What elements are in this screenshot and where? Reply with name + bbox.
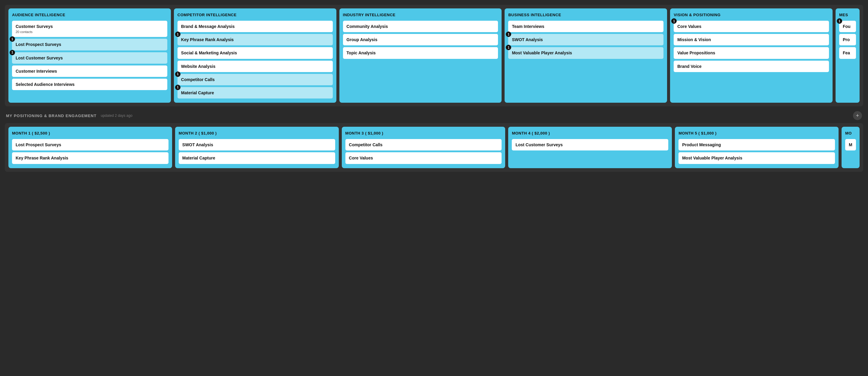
add-button[interactable]: + [853, 111, 862, 120]
item-value-propositions[interactable]: Value Propositions [674, 47, 829, 59]
item-topic-analysis[interactable]: Topic Analysis [343, 47, 498, 59]
column-title-industry-intelligence: Industry Intelligence [343, 12, 498, 17]
month-item-m3-core-values[interactable]: Core Values [345, 152, 502, 164]
month-item-label-m3-core-values: Core Values [349, 156, 373, 160]
item-label-pro: Pro [843, 37, 850, 42]
item-pro[interactable]: Pro [839, 34, 856, 45]
item-label-most-valuable-player-analysis: Most Valuable Player Analysis [512, 51, 572, 55]
month-item-m6-item[interactable]: M [845, 139, 856, 151]
item-label-lost-prospect-surveys: Lost Prospect Surveys [16, 42, 61, 47]
badge-key-phrase-rank-analysis: 1 [175, 32, 181, 37]
month-item-m5-most-valuable-player-analysis[interactable]: Most Valuable Player Analysis [679, 152, 835, 164]
item-subtext-customer-surveys: 20 contacts [16, 30, 164, 34]
month-item-m1-lost-prospect-surveys[interactable]: Lost Prospect Surveys [12, 139, 168, 151]
item-label-topic-analysis: Topic Analysis [347, 51, 376, 55]
badge-lost-prospect-surveys: 1 [10, 36, 15, 42]
positioning-title: My Positioning & Brand Engagement [6, 114, 96, 118]
month-item-label-m4-lost-customer-surveys: Lost Customer Surveys [516, 143, 562, 147]
month-item-m2-material-capture[interactable]: Material Capture [179, 152, 335, 164]
month-title-month-1: Month 1 ( $2,500 ) [12, 131, 168, 135]
month-title-month-3: Month 3 ( $1,000 ) [345, 131, 502, 135]
month-item-label-m2-material-capture: Material Capture [182, 156, 215, 160]
column-competitor-intelligence: Competitor IntelligenceBrand & Message A… [174, 8, 336, 103]
month-item-label-m2-swot-analysis: SWOT Analysis [182, 143, 213, 147]
bottom-section: Month 1 ( $2,500 )Lost Prospect SurveysK… [5, 123, 863, 171]
badge-swot-analysis: 1 [506, 32, 511, 37]
item-competitor-calls[interactable]: 1Competitor Calls [178, 74, 333, 85]
month-item-label-m1-lost-prospect-surveys: Lost Prospect Surveys [16, 143, 61, 147]
item-label-customer-surveys: Customer Surveys [16, 24, 53, 29]
item-label-group-analysis: Group Analysis [347, 37, 377, 42]
item-selected-audience-interviews[interactable]: Selected Audience Interviews [12, 79, 167, 90]
item-social-marketing-analysis[interactable]: Social & Marketing Analysis [178, 47, 333, 59]
item-lost-prospect-surveys[interactable]: 1Lost Prospect Surveys [12, 39, 167, 50]
column-messaging-partial: Mes1FouProFea [836, 8, 860, 103]
main-container: Audience IntelligenceCustomer Surveys20 … [0, 0, 868, 177]
month-item-label-m6-item: M [849, 143, 852, 147]
item-mission-vision[interactable]: Mission & Vision [674, 34, 829, 45]
month-item-label-m5-product-messaging: Product Messaging [682, 143, 721, 147]
month-item-m3-competitor-calls[interactable]: Competitor Calls [345, 139, 502, 151]
column-title-vision-positioning: Vision & Positioning [674, 12, 829, 17]
item-label-fou: Fou [843, 24, 850, 29]
month-card-month-5: Month 5 ( $1,000 )Product MessagingMost … [675, 127, 839, 168]
month-title-month-2: Month 2 ( $1,000 ) [179, 131, 335, 135]
column-audience-intelligence: Audience IntelligenceCustomer Surveys20 … [8, 8, 171, 103]
item-label-community-analysis: Community Analysis [347, 24, 388, 29]
item-material-capture[interactable]: 1Material Capture [178, 87, 333, 98]
item-label-competitor-calls: Competitor Calls [181, 77, 215, 82]
month-item-m5-product-messaging[interactable]: Product Messaging [679, 139, 835, 151]
item-core-values[interactable]: 1Core Values [674, 21, 829, 32]
item-label-mission-vision: Mission & Vision [677, 37, 711, 42]
column-industry-intelligence: Industry IntelligenceCommunity AnalysisG… [339, 8, 502, 103]
item-label-fea: Fea [843, 51, 850, 55]
item-team-interviews[interactable]: Team Interviews [508, 21, 663, 32]
column-business-intelligence: Business IntelligenceTeam Interviews1SWO… [504, 8, 667, 103]
item-label-website-analysis: Website Analysis [181, 64, 215, 69]
item-label-core-values: Core Values [677, 24, 701, 29]
item-swot-analysis[interactable]: 1SWOT Analysis [508, 34, 663, 45]
month-item-label-m1-key-phrase-rank-analysis: Key Phrase Rank Analysis [16, 156, 68, 160]
item-fea[interactable]: Fea [839, 47, 856, 59]
top-section: Audience IntelligenceCustomer Surveys20 … [5, 5, 863, 106]
item-label-brand-voice: Brand Voice [677, 64, 702, 69]
month-item-m2-swot-analysis[interactable]: SWOT Analysis [179, 139, 335, 151]
item-lost-customer-surveys[interactable]: 1Lost Customer Surveys [12, 52, 167, 64]
month-item-label-m3-competitor-calls: Competitor Calls [349, 143, 383, 147]
badge-most-valuable-player-analysis: 1 [506, 45, 511, 50]
month-title-month-4: Month 4 ( $2,000 ) [512, 131, 668, 135]
item-customer-interviews[interactable]: Customer Interviews [12, 65, 167, 77]
month-title-month-5: Month 5 ( $1,000 ) [679, 131, 835, 135]
badge-competitor-calls: 1 [175, 71, 181, 77]
badge-material-capture: 1 [175, 85, 181, 90]
badge-lost-customer-surveys: 1 [10, 50, 15, 55]
month-item-m4-lost-customer-surveys[interactable]: Lost Customer Surveys [512, 139, 668, 151]
month-card-month-6-partial: MoM [842, 127, 860, 168]
column-vision-positioning: Vision & Positioning1Core ValuesMission … [670, 8, 833, 103]
month-card-month-1: Month 1 ( $2,500 )Lost Prospect SurveysK… [8, 127, 172, 168]
month-item-m1-key-phrase-rank-analysis[interactable]: Key Phrase Rank Analysis [12, 152, 168, 164]
item-brand-message-analysis[interactable]: Brand & Message Analysis [178, 21, 333, 32]
column-title-competitor-intelligence: Competitor Intelligence [178, 12, 333, 17]
item-fou[interactable]: 1Fou [839, 21, 856, 32]
item-label-social-marketing-analysis: Social & Marketing Analysis [181, 51, 237, 55]
item-label-brand-message-analysis: Brand & Message Analysis [181, 24, 235, 29]
item-label-team-interviews: Team Interviews [512, 24, 544, 29]
item-most-valuable-player-analysis[interactable]: 1Most Valuable Player Analysis [508, 47, 663, 59]
item-customer-surveys[interactable]: Customer Surveys20 contacts [12, 21, 167, 37]
item-group-analysis[interactable]: Group Analysis [343, 34, 498, 45]
item-community-analysis[interactable]: Community Analysis [343, 21, 498, 32]
section-divider: My Positioning & Brand Engagement update… [5, 106, 863, 123]
item-label-selected-audience-interviews: Selected Audience Interviews [16, 82, 74, 87]
month-card-month-2: Month 2 ( $1,000 )SWOT AnalysisMaterial … [175, 127, 339, 168]
column-title-business-intelligence: Business Intelligence [508, 12, 663, 17]
item-website-analysis[interactable]: Website Analysis [178, 61, 333, 72]
badge-fou: 1 [837, 18, 842, 24]
item-key-phrase-rank-analysis[interactable]: 1Key Phrase Rank Analysis [178, 34, 333, 45]
badge-core-values: 1 [671, 18, 677, 24]
item-label-value-propositions: Value Propositions [677, 51, 715, 55]
column-title-audience-intelligence: Audience Intelligence [12, 12, 167, 17]
item-brand-voice[interactable]: Brand Voice [674, 61, 829, 72]
item-label-key-phrase-rank-analysis: Key Phrase Rank Analysis [181, 37, 234, 42]
month-title-month-6-partial: Mo [845, 131, 856, 135]
